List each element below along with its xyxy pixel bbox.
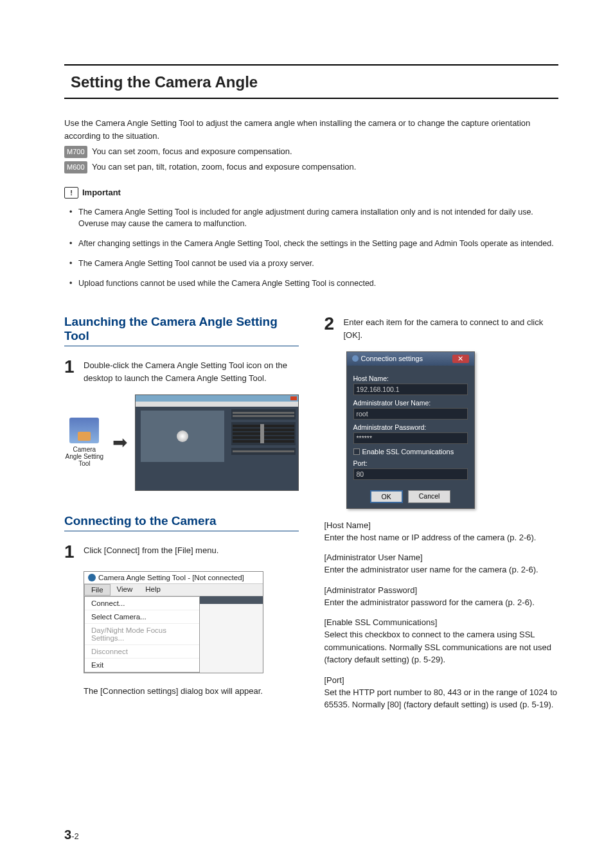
m600-text: You can set pan, tilt, rotation, zoom, f… — [90, 162, 357, 172]
page-number: -2 — [71, 831, 79, 841]
field-port-title: [Port] — [324, 675, 559, 685]
field-user-desc: Enter the administrator user name for th… — [324, 563, 559, 576]
section-title: Setting the Camera Angle — [71, 73, 552, 91]
heading-connecting: Connecting to the Camera — [64, 514, 299, 531]
field-ssl-title: [Enable SSL Communications] — [324, 617, 559, 627]
heading-launching: Launching the Camera Angle Setting Tool — [64, 315, 299, 346]
menu-view[interactable]: View — [111, 584, 139, 596]
app-window-preview — [135, 394, 299, 491]
menu-item-disconnect[interactable]: Disconnect — [85, 645, 199, 659]
menu-item-select-camera[interactable]: Select Camera... — [85, 610, 199, 624]
window-title: Camera Angle Setting Tool - [Not connect… — [98, 574, 244, 581]
step-number-1b: 1 — [64, 543, 76, 561]
section-title-box: Setting the Camera Angle — [64, 64, 558, 99]
step-number-1: 1 — [64, 358, 76, 385]
connection-settings-dialog: Connection settings ✕ Host Name: 192.168… — [346, 351, 475, 509]
desktop-icon: Camera Angle Setting Tool — [64, 418, 105, 467]
menu-help[interactable]: Help — [139, 584, 167, 596]
ssl-checkbox[interactable] — [353, 448, 360, 455]
port-input[interactable]: 80 — [353, 468, 468, 480]
m600-line: M600 You can set pan, tilt, rotation, zo… — [64, 161, 558, 173]
admin-pass-label: Administrator Password: — [353, 423, 468, 431]
dialog-icon — [352, 355, 359, 362]
camera-tool-icon — [69, 418, 99, 443]
field-ssl-desc: Select this checkbox to connect to the c… — [324, 628, 559, 666]
field-pass-desc: Enter the administrator password for the… — [324, 596, 559, 609]
launch-step1-text: Double-click the Camera Angle Setting To… — [84, 358, 299, 385]
close-icon[interactable]: ✕ — [452, 355, 469, 363]
file-dropdown: Connect... Select Camera... Day/Night Mo… — [84, 596, 200, 673]
field-pass-title: [Administrator Password] — [324, 585, 559, 595]
menu-item-exit[interactable]: Exit — [85, 659, 199, 672]
field-port-desc: Set the HTTP port number to 80, 443 or i… — [324, 686, 559, 711]
arrow-icon: ➡ — [112, 432, 127, 453]
m700-text: You can set zoom, focus and exposure com… — [90, 146, 292, 156]
launch-figure: Camera Angle Setting Tool ➡ — [64, 394, 299, 491]
m700-line: M700 You can set zoom, focus and exposur… — [64, 145, 558, 158]
page-footer: 3-2 — [64, 828, 79, 842]
port-label: Port: — [353, 459, 468, 467]
important-icon: ! — [64, 187, 78, 199]
bullet-item: The Camera Angle Setting Tool cannot be … — [69, 258, 558, 270]
field-user-title: [Administrator User Name] — [324, 553, 559, 562]
bullet-item: The Camera Angle Setting Tool is include… — [69, 206, 558, 231]
menu-file[interactable]: File — [84, 584, 111, 596]
bullet-item: Upload functions cannot be used while th… — [69, 278, 558, 290]
ok-button[interactable]: OK — [370, 490, 403, 503]
connect-caption: The [Connection settings] dialog box wil… — [84, 685, 299, 698]
chapter-number: 3 — [64, 828, 71, 842]
important-title: Important — [82, 188, 121, 197]
connect-step1-text: Click [Connect] from the [File] menu. — [84, 543, 218, 561]
app-icon — [88, 574, 96, 581]
menu-item-daynight[interactable]: Day/Night Mode Focus Settings... — [85, 624, 199, 645]
ssl-label: Enable SSL Communications — [362, 448, 454, 456]
field-host-title: [Host Name] — [324, 520, 559, 530]
dialog-title: Connection settings — [361, 355, 423, 362]
host-name-label: Host Name: — [353, 375, 468, 382]
intro-paragraph: Use the Camera Angle Setting Tool to adj… — [64, 117, 558, 143]
desktop-icon-label: Camera Angle Setting Tool — [64, 446, 105, 467]
bullet-item: After changing settings in the Camera An… — [69, 238, 558, 250]
step2-text: Enter each item for the camera to connec… — [344, 315, 559, 342]
important-bullets: The Camera Angle Setting Tool is include… — [64, 206, 558, 290]
field-host-desc: Enter the host name or IP address of the… — [324, 531, 559, 544]
model-tag-m700: M700 — [64, 146, 87, 158]
admin-user-label: Administrator User Name: — [353, 399, 468, 407]
admin-pass-input[interactable]: ****** — [353, 432, 468, 444]
menu-item-connect[interactable]: Connect... — [85, 597, 199, 610]
host-name-input[interactable]: 192.168.100.1 — [353, 384, 468, 395]
admin-user-input[interactable]: root — [353, 408, 468, 420]
important-box: ! Important The Camera Angle Setting Too… — [64, 187, 558, 290]
step-number-2: 2 — [324, 315, 336, 342]
cancel-button[interactable]: Cancel — [408, 490, 451, 503]
file-menu-figure: Camera Angle Setting Tool - [Not connect… — [84, 571, 263, 673]
model-tag-m600: M600 — [64, 161, 87, 173]
